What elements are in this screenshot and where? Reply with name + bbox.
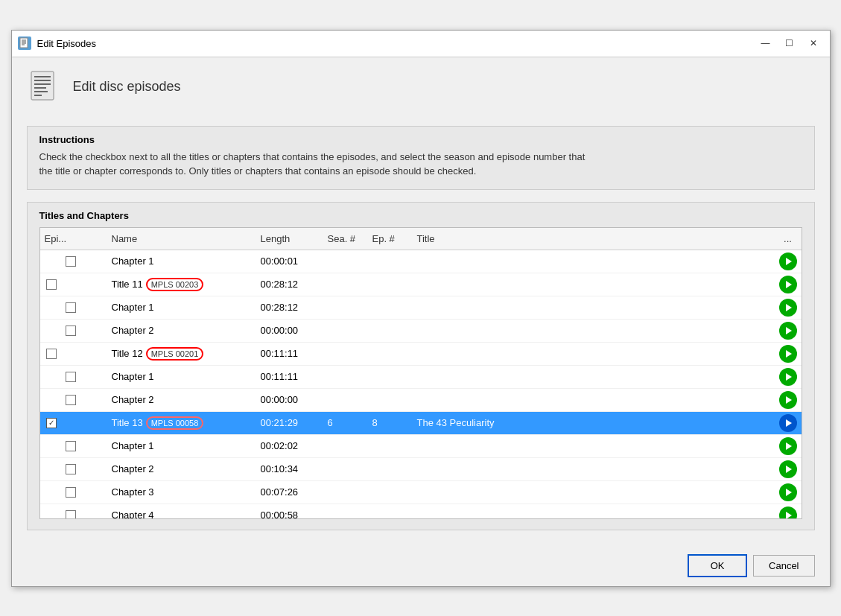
name-cell: Title 11MPLS 00203 [107,276,256,293]
col-header-name: Name [107,232,256,246]
title-cell: The 43 Peculiarity [413,415,775,431]
table-row[interactable]: Chapter 400:00:58 [40,504,802,518]
title-cell [413,513,775,518]
episode-cell [368,282,413,287]
row-name: Chapter 1 [112,255,154,267]
row-name: Chapter 1 [112,371,154,382]
row-checkbox[interactable] [66,302,76,313]
epi-cell [40,439,107,454]
play-button[interactable] [779,507,797,518]
dialog-header: Edit disc episodes [27,69,815,114]
name-cell: Chapter 4 [107,507,256,518]
row-name: Chapter 4 [112,509,154,518]
length-cell: 00:11:11 [256,369,323,384]
table-row[interactable]: Chapter 200:00:00 [40,320,802,343]
epi-cell [40,277,107,292]
length-cell: 00:28:12 [256,276,323,292]
table-row[interactable]: Chapter 100:28:12 [40,296,802,320]
mpls-badge: MPLS 00058 [146,416,204,430]
episode-cell [368,513,413,518]
window-title: Edit Episodes [37,38,755,49]
length-cell: 00:02:02 [256,438,323,454]
play-button[interactable] [779,345,797,363]
maximize-button[interactable]: ☐ [779,35,800,51]
row-checkbox[interactable] [46,279,57,290]
title-cell [413,444,775,448]
table-header-row: Epi... Name Length Sea. # Ep. # Title ..… [40,228,802,250]
play-cell [775,273,802,296]
episode-cell [368,259,413,264]
row-checkbox[interactable] [66,372,76,382]
table-row[interactable]: Title 11MPLS 0020300:28:12 [40,273,802,296]
table-row[interactable]: Title 12MPLS 0020100:11:11 [40,343,802,366]
play-button[interactable] [779,391,797,409]
cancel-button[interactable]: Cancel [753,555,814,577]
episode-cell [368,398,413,402]
play-cell [775,343,802,365]
table-row[interactable]: Chapter 300:07:26 [40,481,802,504]
play-button[interactable] [779,253,797,270]
close-button[interactable]: ✕ [803,35,824,51]
season-cell [323,398,368,402]
dialog-title: Edit disc episodes [73,79,181,95]
row-checkbox[interactable] [46,418,57,428]
play-button[interactable] [779,414,797,432]
name-cell: Chapter 3 [107,484,256,500]
epi-cell [40,346,107,361]
table-row[interactable]: Chapter 200:10:34 [40,458,802,481]
svg-rect-8 [34,83,51,85]
row-checkbox[interactable] [66,487,76,498]
table-row[interactable]: Chapter 100:00:01 [40,250,802,273]
ok-button[interactable]: OK [688,554,747,577]
season-cell[interactable]: 6 [323,415,368,431]
season-cell [323,352,368,356]
table-row[interactable]: Chapter 200:00:00 [40,389,802,412]
play-button[interactable] [779,460,797,478]
play-button[interactable] [779,437,797,455]
name-cell: Chapter 2 [107,392,256,407]
play-button[interactable] [779,483,797,501]
title-cell [413,305,775,310]
length-cell: 00:00:00 [256,392,323,407]
svg-rect-7 [34,80,51,81]
instructions-section: Instructions Check the checkbox next to … [27,126,815,190]
table-row[interactable]: Chapter 100:11:11 [40,366,802,389]
play-button[interactable] [779,276,797,293]
play-cell [775,296,802,319]
season-cell [323,328,368,333]
epi-cell [40,254,107,269]
col-header-title: Title [413,232,775,246]
row-name: Title 12 [112,348,143,359]
row-checkbox[interactable] [66,464,76,474]
table-row[interactable]: Chapter 100:02:02 [40,435,802,458]
episode-cell [368,490,413,495]
dialog-content: Edit disc episodes Instructions Check th… [12,57,830,542]
play-button[interactable] [779,322,797,340]
table-row[interactable]: Title 13MPLS 0005800:21:2968The 43 Pecul… [40,412,802,435]
row-checkbox[interactable] [66,395,76,405]
title-cell [413,259,775,264]
name-cell: Chapter 1 [107,369,256,384]
title-cell [413,282,775,287]
row-checkbox[interactable] [66,326,76,336]
epi-cell [40,485,107,500]
instructions-heading: Instructions [39,134,802,145]
col-header-epi: Epi... [40,232,107,246]
minimize-button[interactable]: — [755,35,776,51]
row-checkbox[interactable] [66,256,76,267]
episode-cell[interactable]: 8 [368,415,413,431]
row-name: Chapter 3 [112,486,154,498]
row-name: Chapter 1 [112,440,154,451]
season-cell [323,490,368,495]
row-checkbox[interactable] [46,349,57,359]
row-checkbox[interactable] [66,441,76,451]
svg-rect-10 [34,91,48,92]
col-header-sea: Sea. # [323,232,368,246]
episode-cell [368,352,413,356]
length-cell: 00:00:00 [256,323,323,338]
play-button[interactable] [779,368,797,386]
play-button[interactable] [779,299,797,317]
row-checkbox[interactable] [66,510,76,518]
episode-cell [368,375,413,379]
titles-section-heading: Titles and Chapters [39,210,802,221]
